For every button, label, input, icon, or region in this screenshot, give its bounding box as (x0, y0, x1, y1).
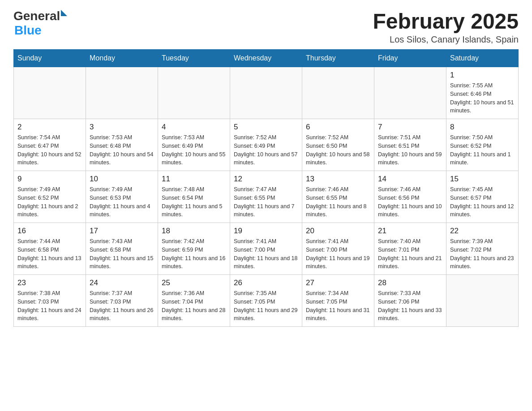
day-info: Sunrise: 7:48 AMSunset: 6:54 PMDaylight:… (162, 185, 226, 219)
day-number: 12 (234, 175, 298, 184)
calendar-day-cell (14, 67, 86, 119)
day-number: 3 (90, 123, 154, 132)
calendar-day-cell: 17Sunrise: 7:43 AMSunset: 6:58 PMDayligh… (86, 223, 158, 275)
day-info: Sunrise: 7:49 AMSunset: 6:53 PMDaylight:… (90, 185, 154, 219)
day-number: 6 (306, 123, 370, 132)
calendar-day-cell: 27Sunrise: 7:34 AMSunset: 7:05 PMDayligh… (302, 275, 374, 327)
calendar-day-cell (86, 67, 158, 119)
day-number: 13 (306, 175, 370, 184)
day-number: 27 (306, 278, 370, 287)
day-info: Sunrise: 7:42 AMSunset: 6:59 PMDaylight:… (162, 237, 226, 271)
day-info: Sunrise: 7:46 AMSunset: 6:55 PMDaylight:… (306, 185, 370, 219)
day-number: 9 (17, 175, 82, 184)
day-number: 24 (90, 278, 154, 287)
day-number: 2 (17, 123, 82, 132)
calendar-day-cell: 20Sunrise: 7:41 AMSunset: 7:00 PMDayligh… (302, 223, 374, 275)
logo: General Blue (13, 9, 67, 38)
day-of-week-header: Tuesday (158, 50, 230, 67)
day-number: 23 (17, 278, 82, 287)
calendar-day-cell: 8Sunrise: 7:50 AMSunset: 6:52 PMDaylight… (446, 119, 519, 171)
location-title: Los Silos, Canary Islands, Spain (373, 34, 519, 45)
day-number: 10 (90, 175, 154, 184)
page-header: General Blue February 2025 Los Silos, Ca… (13, 9, 519, 45)
day-info: Sunrise: 7:46 AMSunset: 6:56 PMDaylight:… (378, 185, 442, 219)
day-number: 5 (234, 123, 298, 132)
calendar-day-cell: 18Sunrise: 7:42 AMSunset: 6:59 PMDayligh… (158, 223, 230, 275)
calendar-week-row: 16Sunrise: 7:44 AMSunset: 6:58 PMDayligh… (14, 223, 519, 275)
calendar-day-cell: 2Sunrise: 7:54 AMSunset: 6:47 PMDaylight… (14, 119, 86, 171)
calendar-day-cell: 9Sunrise: 7:49 AMSunset: 6:52 PMDaylight… (14, 171, 86, 223)
calendar-week-row: 2Sunrise: 7:54 AMSunset: 6:47 PMDaylight… (14, 119, 519, 171)
calendar-day-cell: 13Sunrise: 7:46 AMSunset: 6:55 PMDayligh… (302, 171, 374, 223)
day-number: 11 (162, 175, 226, 184)
calendar-day-cell: 16Sunrise: 7:44 AMSunset: 6:58 PMDayligh… (14, 223, 86, 275)
calendar-day-cell: 11Sunrise: 7:48 AMSunset: 6:54 PMDayligh… (158, 171, 230, 223)
calendar-day-cell (446, 275, 519, 327)
calendar-header-row: SundayMondayTuesdayWednesdayThursdayFrid… (14, 50, 519, 67)
day-of-week-header: Wednesday (230, 50, 302, 67)
day-info: Sunrise: 7:43 AMSunset: 6:58 PMDaylight:… (90, 237, 154, 271)
calendar-week-row: 23Sunrise: 7:38 AMSunset: 7:03 PMDayligh… (14, 275, 519, 327)
month-title: February 2025 (373, 9, 519, 34)
day-info: Sunrise: 7:34 AMSunset: 7:05 PMDaylight:… (306, 289, 370, 323)
day-info: Sunrise: 7:55 AMSunset: 6:46 PMDaylight:… (450, 81, 515, 115)
calendar-day-cell (230, 67, 302, 119)
calendar-day-cell: 23Sunrise: 7:38 AMSunset: 7:03 PMDayligh… (14, 275, 86, 327)
day-info: Sunrise: 7:50 AMSunset: 6:52 PMDaylight:… (450, 133, 515, 167)
day-of-week-header: Friday (374, 50, 446, 67)
day-info: Sunrise: 7:44 AMSunset: 6:58 PMDaylight:… (17, 237, 82, 271)
day-info: Sunrise: 7:41 AMSunset: 7:00 PMDaylight:… (234, 237, 298, 271)
day-number: 20 (306, 227, 370, 235)
day-number: 28 (378, 278, 442, 287)
day-info: Sunrise: 7:45 AMSunset: 6:57 PMDaylight:… (450, 185, 515, 219)
calendar-week-row: 1Sunrise: 7:55 AMSunset: 6:46 PMDaylight… (14, 67, 519, 119)
day-number: 19 (234, 227, 298, 235)
calendar-table: SundayMondayTuesdayWednesdayThursdayFrid… (13, 49, 519, 327)
calendar-day-cell: 25Sunrise: 7:36 AMSunset: 7:04 PMDayligh… (158, 275, 230, 327)
day-info: Sunrise: 7:53 AMSunset: 6:48 PMDaylight:… (90, 133, 154, 167)
day-of-week-header: Sunday (14, 50, 86, 67)
calendar-day-cell: 10Sunrise: 7:49 AMSunset: 6:53 PMDayligh… (86, 171, 158, 223)
calendar-day-cell: 3Sunrise: 7:53 AMSunset: 6:48 PMDaylight… (86, 119, 158, 171)
day-info: Sunrise: 7:39 AMSunset: 7:02 PMDaylight:… (450, 237, 515, 271)
day-info: Sunrise: 7:41 AMSunset: 7:00 PMDaylight:… (306, 237, 370, 271)
day-number: 1 (450, 71, 515, 80)
day-number: 4 (162, 123, 226, 132)
calendar-day-cell: 5Sunrise: 7:52 AMSunset: 6:49 PMDaylight… (230, 119, 302, 171)
day-number: 8 (450, 123, 515, 132)
calendar-day-cell: 24Sunrise: 7:37 AMSunset: 7:03 PMDayligh… (86, 275, 158, 327)
day-info: Sunrise: 7:53 AMSunset: 6:49 PMDaylight:… (162, 133, 226, 167)
calendar-day-cell: 6Sunrise: 7:52 AMSunset: 6:50 PMDaylight… (302, 119, 374, 171)
calendar-week-row: 9Sunrise: 7:49 AMSunset: 6:52 PMDaylight… (14, 171, 519, 223)
day-number: 21 (378, 227, 442, 235)
calendar-day-cell: 19Sunrise: 7:41 AMSunset: 7:00 PMDayligh… (230, 223, 302, 275)
day-of-week-header: Thursday (302, 50, 374, 67)
calendar-day-cell: 28Sunrise: 7:33 AMSunset: 7:06 PMDayligh… (374, 275, 446, 327)
calendar-day-cell: 7Sunrise: 7:51 AMSunset: 6:51 PMDaylight… (374, 119, 446, 171)
day-number: 16 (17, 227, 82, 235)
day-info: Sunrise: 7:47 AMSunset: 6:55 PMDaylight:… (234, 185, 298, 219)
day-number: 7 (378, 123, 442, 132)
day-number: 22 (450, 227, 515, 235)
day-number: 25 (162, 278, 226, 287)
calendar-day-cell: 22Sunrise: 7:39 AMSunset: 7:02 PMDayligh… (446, 223, 519, 275)
calendar-day-cell: 15Sunrise: 7:45 AMSunset: 6:57 PMDayligh… (446, 171, 519, 223)
day-number: 17 (90, 227, 154, 235)
logo-general: General (13, 9, 60, 23)
day-info: Sunrise: 7:38 AMSunset: 7:03 PMDaylight:… (17, 289, 82, 323)
day-of-week-header: Monday (86, 50, 158, 67)
day-info: Sunrise: 7:52 AMSunset: 6:50 PMDaylight:… (306, 133, 370, 167)
logo-blue: Blue (14, 23, 42, 37)
calendar-day-cell: 21Sunrise: 7:40 AMSunset: 7:01 PMDayligh… (374, 223, 446, 275)
day-info: Sunrise: 7:33 AMSunset: 7:06 PMDaylight:… (378, 289, 442, 323)
calendar-day-cell: 12Sunrise: 7:47 AMSunset: 6:55 PMDayligh… (230, 171, 302, 223)
calendar-day-cell: 26Sunrise: 7:35 AMSunset: 7:05 PMDayligh… (230, 275, 302, 327)
day-info: Sunrise: 7:51 AMSunset: 6:51 PMDaylight:… (378, 133, 442, 167)
day-info: Sunrise: 7:35 AMSunset: 7:05 PMDaylight:… (234, 289, 298, 323)
day-info: Sunrise: 7:40 AMSunset: 7:01 PMDaylight:… (378, 237, 442, 271)
day-of-week-header: Saturday (446, 50, 519, 67)
calendar-day-cell (158, 67, 230, 119)
logo-arrow-icon (61, 10, 67, 16)
day-number: 14 (378, 175, 442, 184)
calendar-day-cell (374, 67, 446, 119)
